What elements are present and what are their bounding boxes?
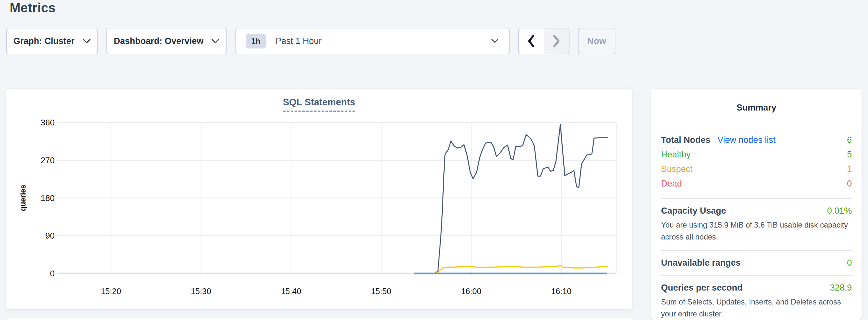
next-time-button[interactable] bbox=[544, 28, 569, 54]
svg-text:15:30: 15:30 bbox=[191, 287, 211, 296]
chart-title[interactable]: SQL Statements bbox=[283, 97, 355, 112]
svg-text:15:50: 15:50 bbox=[371, 287, 391, 296]
dead-nodes-row: Dead 0 bbox=[661, 177, 852, 191]
metrics-page: Metrics Graph: Cluster Dashboard: Overvi… bbox=[0, 0, 868, 320]
capacity-usage-value: 0.01% bbox=[827, 206, 852, 216]
svg-text:180: 180 bbox=[41, 193, 55, 203]
time-step-buttons bbox=[518, 28, 569, 54]
svg-text:16:00: 16:00 bbox=[461, 287, 482, 296]
graph-dropdown[interactable]: Graph: Cluster bbox=[6, 28, 98, 54]
qps-section: Queries per second 328.9 Sum of Selects,… bbox=[661, 283, 852, 320]
qps-value: 328.9 bbox=[830, 283, 852, 293]
unavailable-ranges-section: Unavailable ranges 0 bbox=[661, 258, 852, 268]
now-button[interactable]: Now bbox=[578, 28, 615, 54]
chevron-down-icon bbox=[491, 38, 499, 44]
chevron-left-icon bbox=[527, 35, 534, 47]
capacity-usage-label: Capacity Usage bbox=[661, 206, 726, 216]
total-nodes-row: Total Nodes View nodes list 6 bbox=[661, 133, 852, 148]
svg-text:queries: queries bbox=[19, 185, 27, 211]
page-title: Metrics bbox=[10, 0, 56, 17]
capacity-usage-section: Capacity Usage 0.01% You are using 315.9… bbox=[661, 206, 852, 243]
svg-text:90: 90 bbox=[45, 231, 55, 241]
dead-value: 0 bbox=[847, 179, 852, 189]
dashboard-dropdown-label: Dashboard: Overview bbox=[114, 36, 204, 46]
time-window-label: Past 1 Hour bbox=[276, 36, 322, 46]
nodes-block: Total Nodes View nodes list 6 Healthy 5 … bbox=[661, 133, 852, 191]
divider bbox=[661, 250, 852, 251]
healthy-nodes-row: Healthy 5 bbox=[661, 148, 852, 162]
next-chart-card-partial bbox=[6, 318, 632, 320]
unavailable-ranges-value: 0 bbox=[847, 258, 852, 268]
chevron-down-icon bbox=[83, 38, 91, 44]
svg-text:0: 0 bbox=[50, 268, 55, 278]
time-window-badge: 1h bbox=[246, 34, 266, 49]
svg-text:16:10: 16:10 bbox=[551, 287, 571, 296]
qps-label: Queries per second bbox=[661, 283, 743, 293]
suspect-label: Suspect bbox=[661, 164, 693, 174]
summary-title: Summary bbox=[661, 103, 852, 113]
summary-panel: Summary Total Nodes View nodes list 6 He… bbox=[651, 88, 862, 320]
time-window-selector[interactable]: 1h Past 1 Hour bbox=[236, 28, 510, 54]
svg-text:270: 270 bbox=[41, 156, 55, 165]
toolbar: Graph: Cluster Dashboard: Overview 1h Pa… bbox=[6, 28, 615, 54]
divider bbox=[661, 275, 852, 276]
svg-text:360: 360 bbox=[41, 118, 55, 127]
capacity-usage-description: You are using 315.9 MiB of 3.6 TiB usabl… bbox=[661, 219, 852, 243]
sql-statements-chart[interactable]: 15:2015:3015:4015:5016:0016:100901802703… bbox=[6, 89, 632, 310]
chevron-right-icon bbox=[553, 35, 560, 47]
view-nodes-list-link[interactable]: View nodes list bbox=[718, 135, 776, 145]
suspect-value: 1 bbox=[847, 164, 852, 174]
svg-text:15:20: 15:20 bbox=[101, 287, 121, 296]
total-nodes-label: Total Nodes bbox=[661, 135, 711, 145]
healthy-label: Healthy bbox=[661, 150, 691, 160]
total-nodes-value: 6 bbox=[847, 135, 852, 145]
prev-time-button[interactable] bbox=[519, 28, 544, 54]
chevron-down-icon bbox=[211, 38, 220, 44]
unavailable-ranges-label: Unavailable ranges bbox=[661, 258, 741, 268]
svg-text:15:40: 15:40 bbox=[281, 287, 301, 296]
healthy-value: 5 bbox=[847, 150, 852, 160]
divider bbox=[661, 198, 852, 199]
sql-statements-card: SQL Statements 15:2015:3015:4015:5016:00… bbox=[6, 88, 632, 310]
suspect-nodes-row: Suspect 1 bbox=[661, 162, 852, 177]
qps-description: Sum of Selects, Updates, Inserts, and De… bbox=[661, 296, 852, 320]
dashboard-dropdown[interactable]: Dashboard: Overview bbox=[106, 28, 227, 54]
chart-title-wrap: SQL Statements bbox=[6, 97, 632, 112]
dead-label: Dead bbox=[661, 179, 682, 189]
graph-dropdown-label: Graph: Cluster bbox=[13, 36, 74, 46]
